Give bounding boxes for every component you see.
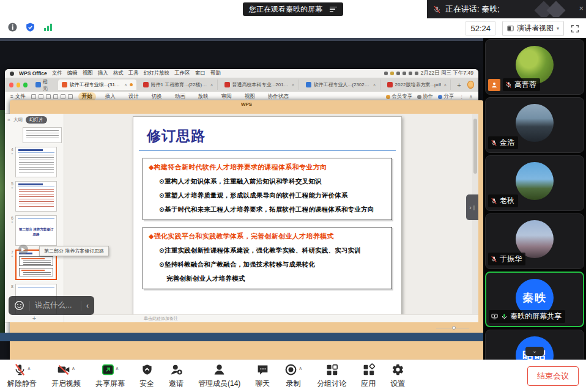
menu-item[interactable]: 工具 xyxy=(128,70,139,77)
file-menu-button[interactable]: ≡ 文件 xyxy=(10,93,26,100)
quick-access-toolbar[interactable] xyxy=(31,94,73,99)
slide-thumbnail-section[interactable]: 第二部分 培养方案修订思路 xyxy=(15,215,57,246)
network-signal-icon[interactable] xyxy=(43,22,53,32)
thumbnail-play-button[interactable]: ▶ xyxy=(18,245,28,254)
ribbon-tab-design[interactable]: 设计 xyxy=(125,92,143,101)
manage-members-button[interactable]: 管理成员(14) xyxy=(198,363,240,389)
slide-thumbnail[interactable] xyxy=(23,127,62,143)
end-meeting-button[interactable]: 结束会议 xyxy=(527,366,579,386)
chevron-up-icon[interactable]: ∧ xyxy=(299,366,302,371)
close-icon[interactable]: × xyxy=(579,4,584,13)
chevron-up-icon[interactable]: ∧ xyxy=(124,83,127,87)
document-tab[interactable]: 附件1 工程教育...(22楼).pdf ∧ xyxy=(139,80,218,90)
apps-button[interactable]: 应用 xyxy=(361,363,376,389)
collapse-participants-button[interactable]: ⌄ xyxy=(525,347,544,356)
document-tab[interactable]: 普通高校本科专业...2016.pdf ∧ xyxy=(221,80,299,90)
participant-tile[interactable]: 高晋蓉 xyxy=(485,39,584,95)
more-icon[interactable]: ⋮ xyxy=(459,94,464,100)
settings-button[interactable]: 设置 xyxy=(390,363,405,389)
ribbon-tab-animation[interactable]: 动画 xyxy=(171,92,189,101)
start-video-button[interactable]: ∧ 开启视频 xyxy=(51,363,81,389)
menu-item[interactable]: 插入 xyxy=(98,70,108,77)
mute-button[interactable]: ∧ 解除静音 xyxy=(7,363,37,389)
chevron-up-icon[interactable]: ∧ xyxy=(443,83,447,87)
menubar-status-icon[interactable] xyxy=(384,72,388,75)
document-tab[interactable]: 2022版培养方案...pdf ∧ xyxy=(384,80,451,90)
chat-input-placeholder[interactable]: 说点什么... xyxy=(35,300,76,311)
members-icon xyxy=(213,363,226,376)
menu-item[interactable]: 窗口 xyxy=(195,70,206,77)
notes-bar[interactable]: 单击此处添加备注 xyxy=(64,314,478,322)
meeting-security-shield-icon[interactable] xyxy=(25,22,35,32)
collapse-chat-icon[interactable]: ‹ xyxy=(86,301,89,310)
participant-tile-active-speaker[interactable]: 秦昳 秦昳的屏幕共享 xyxy=(485,272,584,327)
ribbon-tab-transition[interactable]: 切换 xyxy=(148,92,166,101)
menu-item[interactable]: 视图 xyxy=(83,70,93,77)
new-tab-button[interactable]: + xyxy=(454,81,464,89)
menu-item[interactable]: 文件 xyxy=(52,70,62,77)
menu-item[interactable]: 编辑 xyxy=(67,70,78,77)
sidebar-expander-handle[interactable]: ›∥ xyxy=(466,194,478,220)
participant-tile[interactable]: 老秋 xyxy=(485,155,584,211)
watching-screen-banner[interactable]: 您正在观看秦昳的屏幕 xyxy=(243,2,343,16)
chevron-up-icon[interactable]: ∧ xyxy=(72,366,75,371)
ribbon-tab-slideshow[interactable]: 放映 xyxy=(195,92,212,101)
security-button[interactable]: 安全 xyxy=(139,363,154,389)
menu-item[interactable]: 格式 xyxy=(113,70,124,77)
mic-muted-icon xyxy=(433,6,441,13)
ribbon-tab-view[interactable]: 视图 xyxy=(241,92,259,101)
menubar-status-icon[interactable] xyxy=(415,72,418,75)
share-screen-button[interactable]: ∧ 共享屏幕 xyxy=(95,363,125,389)
menubar-status-icon[interactable] xyxy=(396,72,400,75)
collapse-panel-icon[interactable]: « xyxy=(7,117,10,123)
close-window-button[interactable] xyxy=(9,83,13,87)
collaborate-button[interactable]: 协作 xyxy=(417,93,433,100)
slides-tab[interactable]: 幻灯片 xyxy=(26,116,47,124)
menu-item[interactable]: 帮助 xyxy=(210,70,221,77)
zoom-slider[interactable] xyxy=(436,328,469,328)
slide-canvas[interactable]: 修订思路 ◆构建符合新时代软件人才培养要求的课程体系和专业方向 ⊙重构人才知识体… xyxy=(133,116,402,318)
ribbon-tab-collab[interactable]: 协作状态 xyxy=(264,92,292,101)
view-mode-dropdown[interactable]: 演讲者视图 ▾ xyxy=(502,21,564,36)
outline-tab[interactable]: 大纲 xyxy=(13,117,23,123)
document-tab[interactable]: 软件工程专业人...(230222) ∧ xyxy=(302,80,380,90)
add-slide-button[interactable]: + xyxy=(5,314,64,322)
banner-menu-icon[interactable] xyxy=(330,7,337,12)
participant-tile[interactable]: 于振华 xyxy=(485,213,584,269)
chevron-up-icon[interactable]: ∧ xyxy=(373,83,376,87)
menubar-status-icon[interactable] xyxy=(409,72,412,75)
chat-quick-input[interactable]: 说点什么... ‹ xyxy=(9,296,94,315)
chevron-up-icon[interactable]: ∧ xyxy=(291,83,294,87)
emoji-icon[interactable] xyxy=(14,300,24,311)
minimize-window-button[interactable] xyxy=(17,83,21,87)
chevron-up-icon[interactable]: ∧ xyxy=(210,83,213,87)
info-icon[interactable] xyxy=(7,22,18,32)
collapse-ribbon-icon[interactable]: ∧ xyxy=(469,94,473,100)
participant-tile[interactable]: 金浩 xyxy=(485,97,584,153)
account-avatar[interactable] xyxy=(467,81,474,89)
menubar-clock[interactable]: 2月22日 周三 下午7:49 xyxy=(421,70,473,77)
ribbon-tab-insert[interactable]: 插入 xyxy=(102,92,119,101)
apple-menu-icon[interactable] xyxy=(10,72,14,76)
ribbon-tab-review[interactable]: 审阅 xyxy=(218,92,236,101)
menu-item[interactable]: 工作区 xyxy=(174,70,190,77)
chevron-up-icon[interactable]: ∧ xyxy=(116,366,119,371)
record-button[interactable]: ∧ 录制 xyxy=(284,363,302,389)
share-button[interactable]: 分享 xyxy=(438,93,454,100)
invite-button[interactable]: 邀请 xyxy=(169,363,184,389)
slide-thumbnail[interactable] xyxy=(15,181,57,212)
document-tab[interactable]: 软件工程专业综...(310演讲) ∧ xyxy=(58,80,136,90)
vip-button[interactable]: 会员专享 xyxy=(386,93,412,100)
zoom-window-button[interactable] xyxy=(23,83,28,87)
menubar-app-name[interactable]: WPS Office xyxy=(19,70,47,76)
chat-button[interactable]: 聊天 xyxy=(255,363,270,389)
fullscreen-icon[interactable] xyxy=(570,24,580,34)
breakout-rooms-button[interactable]: 分组讨论 xyxy=(317,363,346,389)
slide-thumbnail[interactable] xyxy=(15,147,57,177)
menubar-status-icon[interactable] xyxy=(390,72,394,75)
docer-tab[interactable]: 稻壳 xyxy=(31,77,54,93)
chevron-up-icon[interactable]: ∧ xyxy=(28,366,31,371)
menu-item[interactable]: 幻灯片放映 xyxy=(144,70,170,77)
menubar-status-icon[interactable] xyxy=(402,72,406,75)
ribbon-tab-home[interactable]: 开始 xyxy=(78,92,96,101)
